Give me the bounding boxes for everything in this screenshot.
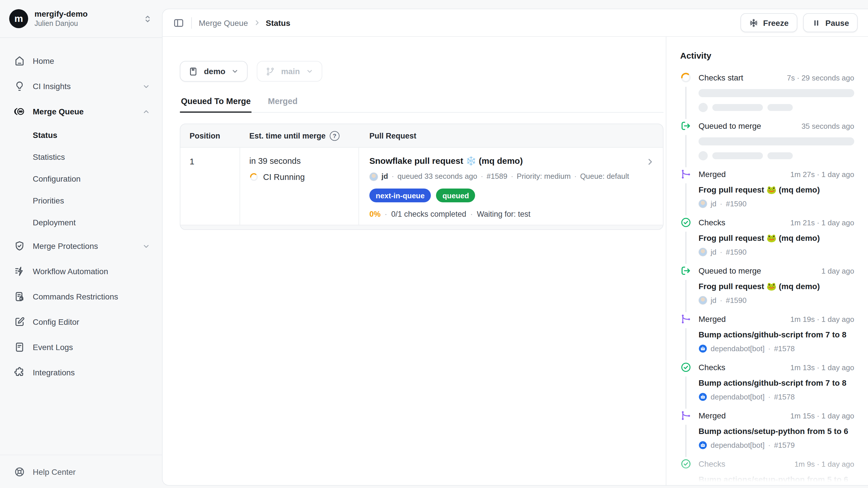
pr-title[interactable]: Snowflake pull request ❄️ (mq demo) — [369, 156, 523, 166]
sidebar-item-icon — [14, 81, 25, 92]
chevron-icon — [142, 242, 151, 250]
activity-event-checks[interactable]: Checks 1m 13s · 1 day ago Bump actions/g… — [680, 362, 854, 410]
event-pr-meta: dependabot[bot] · #1578 — [699, 344, 854, 353]
sidebar-item-event-logs[interactable]: Event Logs — [6, 335, 156, 360]
activity-timeline: Checks start 7s · 29 seconds ago — [680, 72, 854, 485]
ci-running-spinner-icon — [249, 172, 258, 182]
event-type: Queued to merge — [699, 120, 761, 132]
event-icon — [680, 458, 692, 469]
sidebar-item-home[interactable]: Home — [6, 48, 156, 74]
app-root: m mergify-demo Julien Danjou Home CI Ins… — [0, 0, 868, 488]
sidebar-item-integrations[interactable]: Integrations — [6, 360, 156, 385]
event-type: Merged — [699, 313, 726, 325]
sidebar-item-status[interactable]: Status — [6, 124, 156, 146]
activity-event-checks-start[interactable]: Checks start 7s · 29 seconds ago — [680, 72, 854, 120]
event-time: 1m 19s · 1 day ago — [790, 314, 854, 325]
breadcrumb-merge-queue[interactable]: Merge Queue — [199, 18, 248, 27]
queue-content: demo main Queued To Merge Merged Po — [162, 37, 666, 485]
topbar-divider — [191, 17, 192, 28]
sidebar-item-label: Config Editor — [33, 317, 79, 326]
row-est-time: in 39 seconds — [249, 156, 349, 166]
sidebar-item-merge-protections[interactable]: Merge Protections — [6, 233, 156, 259]
event-type: Queued to merge — [699, 265, 761, 277]
main-card: Merge Queue Status Freeze Pause — [162, 9, 868, 486]
event-icon — [680, 313, 692, 325]
sidebar-item-icon — [14, 55, 25, 67]
breadcrumb: Merge Queue Status — [199, 18, 290, 27]
sidebar-item-label: Status — [33, 131, 57, 140]
org-switcher[interactable]: m mergify-demo Julien Danjou — [0, 0, 162, 38]
sidebar-item-config-editor[interactable]: Config Editor — [6, 309, 156, 335]
sidebar-item-label: Merge Protections — [33, 241, 98, 251]
event-pr-meta: dependabot[bot] · #1578 — [699, 392, 854, 402]
pause-button[interactable]: Pause — [803, 13, 858, 32]
sidebar-item-icon — [14, 367, 25, 378]
event-type: Checks — [699, 458, 725, 469]
help-center-label: Help Center — [33, 467, 75, 476]
activity-event-merged[interactable]: Merged 1m 15s · 1 day ago Bump actions/s… — [680, 410, 854, 458]
event-icon — [680, 168, 692, 180]
event-time: 1m 27s · 1 day ago — [790, 169, 854, 180]
activity-event-checks[interactable]: Checks 1m 9s · 1 day ago Bump actions/se… — [680, 458, 854, 485]
event-pr-title: Bump actions/setup-python from 5 to 6 — [699, 474, 854, 485]
checks-progress: 0% · 0/1 checks completed · Waiting for:… — [369, 210, 653, 219]
tab-merged[interactable]: Merged — [267, 96, 299, 112]
sidebar-item-commands-restrictions[interactable]: Commands Restrictions — [6, 284, 156, 309]
sidebar-item-workflow-automation[interactable]: Workflow Automation — [6, 259, 156, 284]
sidebar-item-deployment[interactable]: Deployment — [6, 211, 156, 233]
sidebar-item-label: Configuration — [33, 174, 81, 183]
sidebar-item-merge-queue[interactable]: Merge Queue — [6, 99, 156, 124]
chevron-right-icon — [253, 19, 260, 26]
branch-select[interactable]: main — [257, 61, 322, 82]
sidebar-item-label: Home — [33, 56, 54, 65]
sidebar-item-label: Integrations — [33, 368, 75, 377]
ci-status: CI Running — [263, 172, 305, 182]
topbar: Merge Queue Status Freeze Pause — [162, 9, 868, 37]
freeze-button[interactable]: Freeze — [741, 13, 797, 32]
queue-table-header: Position Est. time until merge ? Pull Re… — [180, 124, 663, 147]
event-pr-meta: jd · #1590 — [699, 199, 854, 209]
activity-event-merged[interactable]: Merged 1m 27s · 1 day ago Frog pull requ… — [680, 168, 854, 217]
col-est-time: Est. time until merge ? — [240, 131, 359, 141]
sidebar-item-label: Deployment — [33, 218, 75, 227]
event-icon — [680, 217, 692, 228]
git-branch-icon — [266, 66, 275, 76]
event-pr-title: Bump actions/github-script from 7 to 8 — [699, 378, 854, 389]
breadcrumb-status: Status — [266, 18, 290, 27]
event-author-icon — [699, 393, 707, 401]
queue-row[interactable]: 1 in 39 seconds CI Running Snowflake pul… — [180, 147, 663, 225]
chevron-icon — [142, 82, 151, 90]
repository-select[interactable]: demo — [180, 61, 248, 82]
sidebar-toggle-icon[interactable] — [173, 17, 184, 28]
sidebar-item-icon — [14, 265, 25, 277]
help-center-link[interactable]: Help Center — [0, 455, 162, 488]
sidebar-item-label: CI Insights — [33, 82, 71, 91]
activity-event-checks[interactable]: Checks 1m 21s · 1 day ago Frog pull requ… — [680, 217, 854, 265]
event-time: 35 seconds ago — [801, 121, 854, 132]
event-pr-title: Bump actions/github-script from 7 to 8 — [699, 329, 854, 340]
activity-event-queued-to-merge[interactable]: Queued to merge 35 seconds ago — [680, 120, 854, 168]
event-type: Checks — [699, 362, 725, 373]
mergify-logo-icon: m — [9, 9, 28, 28]
sidebar-item-label: Event Logs — [33, 343, 73, 352]
sidebar-item-label: Merge Queue — [33, 107, 84, 116]
sidebar-item-statistics[interactable]: Statistics — [6, 146, 156, 168]
life-buoy-icon — [14, 466, 25, 477]
event-pr-title: Bump actions/setup-python from 5 to 6 — [699, 426, 854, 437]
sidebar-item-configuration[interactable]: Configuration — [6, 168, 156, 190]
help-icon[interactable]: ? — [330, 131, 340, 141]
activity-event-queued-to-merge[interactable]: Queued to merge 1 day ago Frog pull requ… — [680, 265, 854, 313]
activity-event-merged[interactable]: Merged 1m 19s · 1 day ago Bump actions/g… — [680, 313, 854, 362]
tab-queued-to-merge[interactable]: Queued To Merge — [180, 96, 252, 112]
sidebar-item-label: Workflow Automation — [33, 267, 108, 276]
sidebar-item-label: Statistics — [33, 152, 65, 162]
loading-skeleton — [699, 137, 854, 161]
sidebar-item-ci-insights[interactable]: CI Insights — [6, 74, 156, 99]
event-pr-title: Frog pull request 🐸 (mq demo) — [699, 281, 854, 292]
event-icon — [680, 120, 692, 132]
event-icon — [680, 362, 692, 373]
org-selector-icon — [143, 13, 153, 24]
row-expand-chevron-icon[interactable] — [645, 157, 655, 167]
event-pr-title: Frog pull request 🐸 (mq demo) — [699, 184, 854, 195]
sidebar-item-priorities[interactable]: Priorities — [6, 190, 156, 211]
